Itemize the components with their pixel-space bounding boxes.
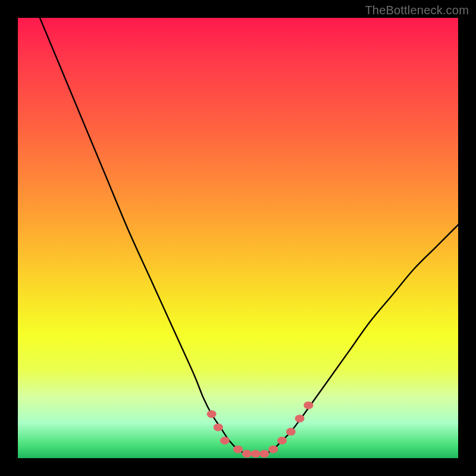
marker-point — [251, 450, 261, 458]
marker-point — [242, 450, 252, 458]
marker-point — [207, 411, 217, 418]
bottleneck-curve — [40, 18, 458, 454]
marker-point — [233, 446, 243, 453]
watermark-text: TheBottleneck.com — [365, 4, 469, 17]
marker-point — [286, 428, 296, 436]
marker-point — [259, 450, 269, 458]
marker-point — [295, 415, 305, 422]
marker-point — [220, 437, 230, 444]
chart-svg — [18, 18, 458, 458]
chart-plot-area — [18, 18, 458, 458]
chart-frame: TheBottleneck.com — [0, 0, 476, 476]
marker-point — [268, 446, 278, 453]
highlight-markers — [207, 402, 314, 458]
marker-point — [303, 402, 313, 409]
marker-point — [277, 437, 287, 444]
marker-point — [214, 424, 223, 431]
